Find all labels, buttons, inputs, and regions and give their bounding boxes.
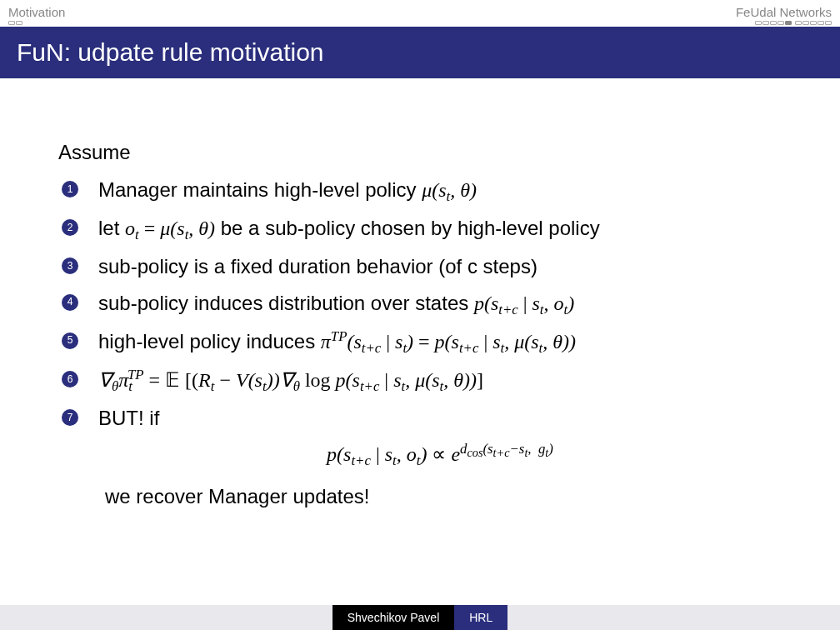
- slide-header: Motivation FeUdal Networks: [0, 0, 840, 27]
- list-item: 1Manager maintains high-level policy μ(s…: [92, 174, 782, 208]
- nav-ticks-left: [8, 21, 65, 25]
- display-equation: p(st+c | st, ot) ∝ edcos(st+c−st, gt): [98, 438, 782, 472]
- list-item: 2let ot = μ(st, θ) be a sub-policy chose…: [92, 212, 782, 246]
- enumerated-list: 1Manager maintains high-level policy μ(s…: [58, 174, 782, 512]
- slide-footer: Shvechikov Pavel HRL: [0, 605, 840, 630]
- item-text: ∇θπtTP = 𝔼 [(Rt − V(st))∇θ log p(st+c | …: [98, 368, 483, 391]
- bullet-number: 2: [62, 219, 78, 236]
- item-text: high-level policy induces πTP(st+c | st)…: [98, 330, 576, 352]
- list-item: 5high-level policy induces πTP(st+c | st…: [92, 326, 782, 359]
- section-left: Motivation: [8, 5, 65, 19]
- bullet-number: 3: [62, 258, 78, 274]
- list-item: 7BUT! if p(st+c | st, ot) ∝ edcos(st+c−s…: [92, 402, 782, 512]
- item-text: sub-policy induces distribution over sta…: [98, 292, 574, 314]
- item-text: sub-policy is a fixed duration behavior …: [98, 255, 538, 278]
- section-right: FeUdal Networks: [736, 5, 832, 19]
- bullet-number: 1: [62, 181, 78, 198]
- nav-ticks-right: [755, 21, 832, 25]
- closing-text: we recover Manager updates!: [98, 481, 782, 512]
- slide-title: FuN: udpate rule motivation: [0, 27, 840, 78]
- list-item: 3sub-policy is a fixed duration behavior…: [92, 251, 782, 282]
- bullet-number: 4: [62, 294, 78, 311]
- item-text: BUT! if: [98, 407, 159, 429]
- footer-title: HRL: [454, 605, 508, 630]
- footer-author: Shvechikov Pavel: [332, 605, 455, 630]
- item-text: Manager maintains high-level policy μ(st…: [98, 178, 477, 201]
- slide-body: Assume 1Manager maintains high-level pol…: [0, 78, 840, 512]
- assume-label: Assume: [58, 137, 782, 168]
- bullet-number: 5: [62, 332, 78, 349]
- item-text: let ot = μ(st, θ) be a sub-policy chosen…: [98, 217, 600, 239]
- list-item: 4sub-policy induces distribution over st…: [92, 288, 782, 321]
- bullet-number: 6: [62, 371, 78, 388]
- list-item: 6∇θπtTP = 𝔼 [(Rt − V(st))∇θ log p(st+c |…: [92, 364, 782, 398]
- bullet-number: 7: [62, 409, 78, 426]
